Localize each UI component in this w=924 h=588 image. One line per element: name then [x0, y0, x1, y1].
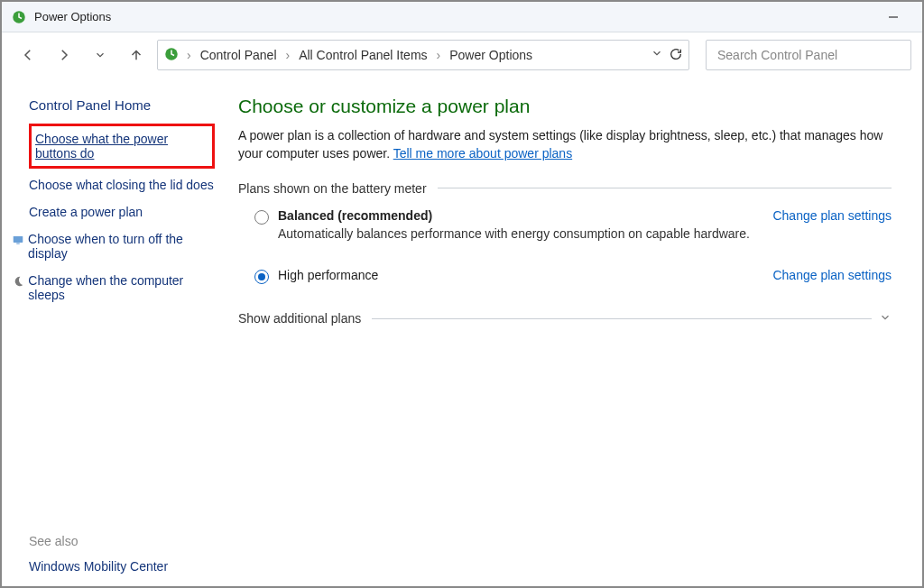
sidebar-item-label: Choose what closing the lid does — [29, 178, 214, 192]
minimize-button[interactable] — [873, 2, 913, 32]
plan-title[interactable]: Balanced (recommended) — [278, 208, 762, 223]
sidebar-item-label: Choose when to turn off the display — [28, 232, 215, 261]
breadcrumb-seg[interactable]: Control Panel — [199, 44, 279, 66]
sidebar-item-computer-sleeps[interactable]: Change when the computer sleeps — [29, 273, 215, 302]
window-title: Power Options — [34, 10, 873, 23]
sidebar-item-label: Change when the computer sleeps — [28, 273, 215, 302]
svg-rect-4 — [16, 243, 20, 244]
plan-title[interactable]: High performance — [278, 268, 762, 282]
sidebar-item-closing-lid[interactable]: Choose what closing the lid does — [29, 178, 215, 192]
sidebar: Control Panel Home Choose what the power… — [2, 78, 229, 586]
power-options-icon — [11, 9, 27, 25]
refresh-button[interactable] — [669, 47, 683, 64]
content-body: Control Panel Home Choose what the power… — [2, 78, 922, 586]
change-plan-settings-link[interactable]: Change plan settings — [772, 268, 892, 282]
breadcrumb-seg[interactable]: All Control Panel Items — [297, 44, 429, 66]
sidebar-item-turn-off-display[interactable]: Choose when to turn off the display — [29, 232, 215, 261]
additional-plans-label: Show additional plans — [238, 311, 361, 326]
up-button[interactable] — [121, 40, 152, 70]
chevron-right-icon[interactable]: › — [435, 48, 443, 62]
radio-balanced[interactable] — [254, 210, 269, 225]
control-panel-home-link[interactable]: Control Panel Home — [29, 97, 215, 113]
see-also-label: See also — [29, 534, 215, 548]
learn-more-link[interactable]: Tell me more about power plans — [393, 146, 572, 161]
radio-high-performance[interactable] — [254, 270, 269, 284]
page-heading: Choose or customize a power plan — [238, 96, 892, 117]
divider — [438, 188, 892, 188]
window: Power Options › Control Panel › All Cont… — [0, 0, 924, 588]
breadcrumb-seg[interactable]: Power Options — [448, 44, 534, 66]
sidebar-item-label: Choose what the power buttons do — [35, 132, 208, 161]
back-button[interactable] — [13, 40, 43, 70]
svg-rect-3 — [13, 236, 23, 243]
plan-desc: Automatically balances performance with … — [278, 226, 762, 241]
recent-dropdown-button[interactable] — [85, 40, 116, 70]
additional-plans-toggle[interactable]: Show additional plans — [238, 311, 892, 326]
search-input[interactable] — [716, 47, 901, 63]
titlebar: Power Options — [2, 2, 922, 32]
address-bar[interactable]: › Control Panel › All Control Panel Item… — [157, 40, 689, 70]
intro-text: A power plan is a collection of hardware… — [238, 126, 892, 163]
moon-icon — [11, 275, 24, 290]
sidebar-item-label: Create a power plan — [29, 205, 143, 219]
plan-high-performance: High performance Change plan settings — [238, 268, 892, 293]
sidebar-item-power-buttons[interactable]: Choose what the power buttons do — [29, 124, 215, 169]
chevron-right-icon[interactable]: › — [185, 48, 193, 62]
main-content: Choose or customize a power plan A power… — [229, 78, 922, 586]
plans-group-label: Plans shown on the battery meter — [238, 181, 427, 196]
plans-group-header: Plans shown on the battery meter — [238, 181, 892, 196]
divider — [372, 318, 872, 319]
power-options-icon — [163, 46, 180, 65]
forward-button[interactable] — [49, 40, 79, 70]
search-box[interactable] — [706, 40, 911, 70]
chevron-right-icon[interactable]: › — [284, 48, 292, 62]
see-also-mobility-center[interactable]: Windows Mobility Center — [29, 559, 215, 574]
sidebar-item-create-plan[interactable]: Create a power plan — [29, 205, 215, 219]
plan-balanced: Balanced (recommended) Automatically bal… — [238, 208, 892, 250]
chevron-down-icon[interactable] — [651, 47, 663, 64]
chevron-down-icon — [879, 311, 892, 326]
display-icon — [11, 234, 24, 249]
change-plan-settings-link[interactable]: Change plan settings — [772, 208, 892, 223]
toolbar: › Control Panel › All Control Panel Item… — [2, 32, 922, 78]
